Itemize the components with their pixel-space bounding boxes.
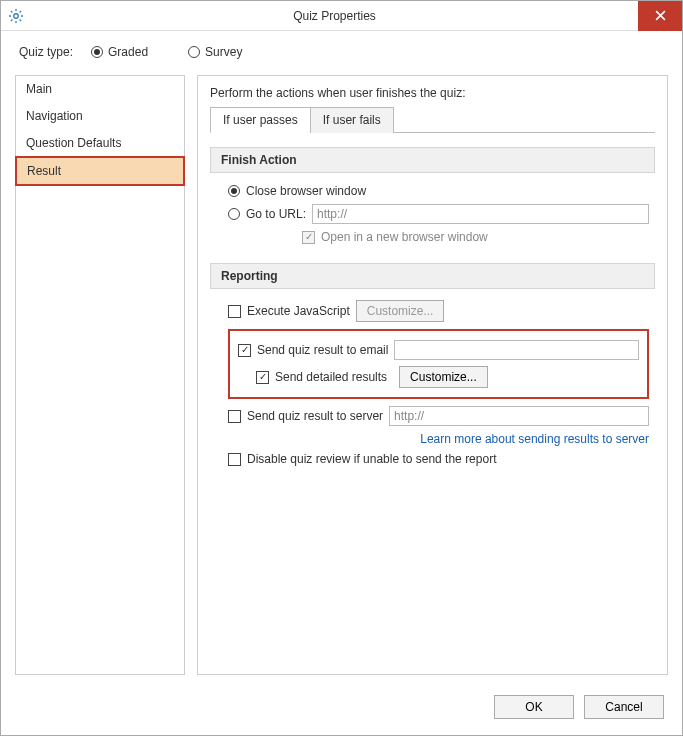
close-button[interactable] [638,1,682,31]
sidebar-item-main[interactable]: Main [16,76,184,103]
send-email-label: Send quiz result to email [257,343,388,357]
finish-action-header: Finish Action [210,147,655,173]
radio-icon [228,185,240,197]
checkbox-open-new-window [302,231,315,244]
radio-graded[interactable]: Graded [91,45,148,59]
send-detailed-label: Send detailed results [275,370,387,384]
radio-icon [91,46,103,58]
cancel-button[interactable]: Cancel [584,695,664,719]
email-highlight-box: Send quiz result to email Send detailed … [228,329,649,399]
disable-review-label: Disable quiz review if unable to send th… [247,452,496,466]
window-title: Quiz Properties [31,9,638,23]
radio-icon [188,46,200,58]
open-new-window-label: Open in a new browser window [321,230,488,244]
close-browser-label: Close browser window [246,184,366,198]
radio-survey-label: Survey [205,45,242,59]
quiz-type-label: Quiz type: [19,45,73,59]
sidebar-item-navigation[interactable]: Navigation [16,103,184,130]
tab-if-user-fails[interactable]: If user fails [310,107,394,133]
reporting-header: Reporting [210,263,655,289]
send-server-label: Send quiz result to server [247,409,383,423]
checkbox-send-server[interactable] [228,410,241,423]
checkbox-send-email[interactable] [238,344,251,357]
go-to-url-label: Go to URL: [246,207,306,221]
svg-point-0 [14,13,18,17]
learn-more-link[interactable]: Learn more about sending results to serv… [420,432,649,446]
checkbox-send-detailed[interactable] [256,371,269,384]
customize-detailed-button[interactable]: Customize... [399,366,488,388]
radio-close-browser[interactable]: Close browser window [228,181,649,201]
titlebar: Quiz Properties [1,1,682,31]
sidebar-item-question-defaults[interactable]: Question Defaults [16,130,184,157]
main-panel: Perform the actions when user finishes t… [197,75,668,675]
radio-survey[interactable]: Survey [188,45,242,59]
go-to-url-input[interactable] [312,204,649,224]
execute-javascript-label: Execute JavaScript [247,304,350,318]
radio-graded-label: Graded [108,45,148,59]
tabs: If user passes If user fails [210,106,655,133]
instruction-text: Perform the actions when user finishes t… [210,86,655,100]
server-url-input[interactable] [389,406,649,426]
checkbox-disable-review[interactable] [228,453,241,466]
customize-js-button: Customize... [356,300,445,322]
ok-button[interactable]: OK [494,695,574,719]
radio-icon [228,208,240,220]
gear-icon[interactable] [1,8,31,24]
footer: OK Cancel [1,685,682,735]
checkbox-execute-javascript[interactable] [228,305,241,318]
quiz-type-row: Quiz type: Graded Survey [1,31,682,67]
sidebar-item-result[interactable]: Result [15,156,185,186]
email-input[interactable] [394,340,639,360]
radio-go-to-url[interactable]: Go to URL: [228,201,649,227]
tab-if-user-passes[interactable]: If user passes [210,107,311,133]
sidebar: Main Navigation Question Defaults Result [15,75,185,675]
